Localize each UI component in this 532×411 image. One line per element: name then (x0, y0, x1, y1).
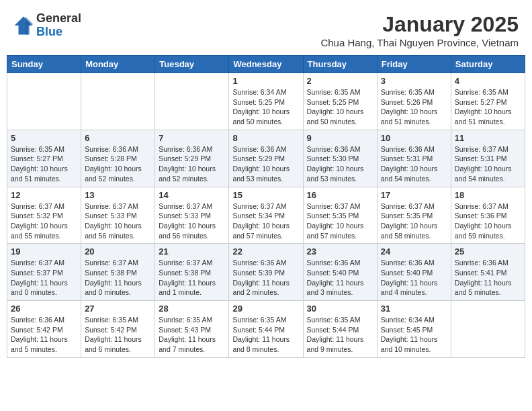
calendar-day-23: 23Sunrise: 6:36 AM Sunset: 5:40 PM Dayli… (303, 244, 377, 301)
calendar-empty-cell (155, 73, 229, 130)
calendar-empty-cell (451, 301, 525, 358)
day-number: 4 (455, 76, 521, 86)
day-number: 18 (455, 190, 521, 200)
day-info: Sunrise: 6:36 AM Sunset: 5:40 PM Dayligh… (307, 258, 373, 298)
day-info: Sunrise: 6:36 AM Sunset: 5:42 PM Dayligh… (11, 315, 77, 355)
day-number: 22 (232, 246, 299, 257)
calendar-header-sunday: Sunday (7, 56, 81, 73)
day-info: Sunrise: 6:35 AM Sunset: 5:27 PM Dayligh… (11, 144, 77, 184)
day-info: Sunrise: 6:36 AM Sunset: 5:31 PM Dayligh… (381, 144, 447, 184)
day-number: 10 (381, 133, 447, 143)
calendar-header-row: SundayMondayTuesdayWednesdayThursdayFrid… (7, 56, 525, 73)
day-number: 14 (159, 190, 225, 200)
calendar-day-21: 21Sunrise: 6:37 AM Sunset: 5:38 PM Dayli… (155, 244, 229, 301)
page-header: General Blue January 2025 Chua Hang, Tha… (7, 7, 525, 51)
calendar-week-row: 19Sunrise: 6:37 AM Sunset: 5:37 PM Dayli… (7, 244, 525, 301)
calendar-day-2: 2Sunrise: 6:35 AM Sunset: 5:25 PM Daylig… (303, 73, 377, 130)
day-info: Sunrise: 6:37 AM Sunset: 5:35 PM Dayligh… (381, 201, 447, 241)
calendar-day-19: 19Sunrise: 6:37 AM Sunset: 5:37 PM Dayli… (7, 244, 81, 301)
day-info: Sunrise: 6:36 AM Sunset: 5:30 PM Dayligh… (307, 144, 373, 184)
day-info: Sunrise: 6:36 AM Sunset: 5:39 PM Dayligh… (232, 258, 299, 298)
day-info: Sunrise: 6:37 AM Sunset: 5:35 PM Dayligh… (307, 201, 373, 241)
day-number: 2 (307, 76, 373, 86)
day-info: Sunrise: 6:35 AM Sunset: 5:26 PM Dayligh… (381, 87, 447, 127)
calendar-day-20: 20Sunrise: 6:37 AM Sunset: 5:38 PM Dayli… (81, 244, 155, 301)
calendar-day-16: 16Sunrise: 6:37 AM Sunset: 5:35 PM Dayli… (303, 187, 377, 244)
logo: General Blue (13, 12, 81, 39)
day-number: 12 (11, 190, 77, 200)
day-info: Sunrise: 6:37 AM Sunset: 5:34 PM Dayligh… (232, 201, 299, 241)
day-info: Sunrise: 6:35 AM Sunset: 5:25 PM Dayligh… (307, 87, 373, 127)
calendar-header-thursday: Thursday (303, 56, 377, 73)
calendar-day-18: 18Sunrise: 6:37 AM Sunset: 5:36 PM Dayli… (451, 187, 525, 244)
calendar-day-31: 31Sunrise: 6:34 AM Sunset: 5:45 PM Dayli… (377, 301, 451, 358)
calendar-week-row: 5Sunrise: 6:35 AM Sunset: 5:27 PM Daylig… (7, 130, 525, 187)
calendar-day-13: 13Sunrise: 6:37 AM Sunset: 5:33 PM Dayli… (81, 187, 155, 244)
calendar-header-tuesday: Tuesday (155, 56, 229, 73)
calendar-day-1: 1Sunrise: 6:34 AM Sunset: 5:25 PM Daylig… (229, 73, 303, 130)
day-info: Sunrise: 6:36 AM Sunset: 5:29 PM Dayligh… (232, 144, 299, 184)
calendar-day-7: 7Sunrise: 6:36 AM Sunset: 5:29 PM Daylig… (155, 130, 229, 187)
day-info: Sunrise: 6:34 AM Sunset: 5:45 PM Dayligh… (381, 315, 447, 355)
calendar-day-5: 5Sunrise: 6:35 AM Sunset: 5:27 PM Daylig… (7, 130, 81, 187)
day-info: Sunrise: 6:37 AM Sunset: 5:38 PM Dayligh… (159, 258, 225, 298)
day-number: 25 (455, 246, 521, 257)
day-number: 29 (232, 304, 299, 314)
day-number: 6 (85, 133, 151, 143)
day-number: 26 (11, 304, 77, 314)
calendar-day-12: 12Sunrise: 6:37 AM Sunset: 5:32 PM Dayli… (7, 187, 81, 244)
calendar-day-25: 25Sunrise: 6:36 AM Sunset: 5:41 PM Dayli… (451, 244, 525, 301)
calendar-header-saturday: Saturday (451, 56, 525, 73)
calendar-header-wednesday: Wednesday (229, 56, 303, 73)
day-number: 7 (159, 133, 225, 143)
day-info: Sunrise: 6:37 AM Sunset: 5:33 PM Dayligh… (159, 201, 225, 241)
calendar-day-29: 29Sunrise: 6:35 AM Sunset: 5:44 PM Dayli… (229, 301, 303, 358)
svg-marker-0 (15, 16, 33, 34)
day-number: 23 (307, 246, 373, 257)
calendar-day-9: 9Sunrise: 6:36 AM Sunset: 5:30 PM Daylig… (303, 130, 377, 187)
calendar-day-6: 6Sunrise: 6:36 AM Sunset: 5:28 PM Daylig… (81, 130, 155, 187)
day-info: Sunrise: 6:36 AM Sunset: 5:40 PM Dayligh… (381, 258, 447, 298)
calendar-header-friday: Friday (377, 56, 451, 73)
calendar-week-row: 26Sunrise: 6:36 AM Sunset: 5:42 PM Dayli… (7, 301, 525, 358)
day-info: Sunrise: 6:34 AM Sunset: 5:25 PM Dayligh… (232, 87, 299, 127)
day-info: Sunrise: 6:35 AM Sunset: 5:44 PM Dayligh… (307, 315, 373, 355)
day-info: Sunrise: 6:35 AM Sunset: 5:44 PM Dayligh… (232, 315, 299, 355)
day-info: Sunrise: 6:35 AM Sunset: 5:43 PM Dayligh… (159, 315, 225, 355)
day-number: 31 (381, 304, 447, 314)
day-info: Sunrise: 6:37 AM Sunset: 5:33 PM Dayligh… (85, 201, 151, 241)
day-info: Sunrise: 6:36 AM Sunset: 5:41 PM Dayligh… (455, 258, 521, 298)
location-title: Chua Hang, Thai Nguyen Province, Vietnam (320, 37, 519, 48)
logo-text: General Blue (36, 12, 81, 39)
logo-blue: Blue (36, 26, 81, 39)
calendar-day-4: 4Sunrise: 6:35 AM Sunset: 5:27 PM Daylig… (451, 73, 525, 130)
calendar-day-11: 11Sunrise: 6:37 AM Sunset: 5:31 PM Dayli… (451, 130, 525, 187)
day-number: 3 (381, 76, 447, 86)
day-info: Sunrise: 6:37 AM Sunset: 5:36 PM Dayligh… (455, 201, 521, 241)
day-number: 16 (307, 190, 373, 200)
day-info: Sunrise: 6:37 AM Sunset: 5:32 PM Dayligh… (11, 201, 77, 241)
day-number: 17 (381, 190, 447, 200)
day-number: 11 (455, 133, 521, 143)
title-block: January 2025 Chua Hang, Thai Nguyen Prov… (320, 12, 519, 48)
calendar: SundayMondayTuesdayWednesdayThursdayFrid… (7, 55, 525, 358)
day-number: 28 (159, 304, 225, 314)
day-number: 9 (307, 133, 373, 143)
calendar-day-22: 22Sunrise: 6:36 AM Sunset: 5:39 PM Dayli… (229, 244, 303, 301)
day-info: Sunrise: 6:36 AM Sunset: 5:29 PM Dayligh… (159, 144, 225, 184)
day-info: Sunrise: 6:35 AM Sunset: 5:42 PM Dayligh… (85, 315, 151, 355)
calendar-day-24: 24Sunrise: 6:36 AM Sunset: 5:40 PM Dayli… (377, 244, 451, 301)
logo-general: General (36, 12, 81, 26)
calendar-header-monday: Monday (81, 56, 155, 73)
day-number: 21 (159, 246, 225, 257)
calendar-day-10: 10Sunrise: 6:36 AM Sunset: 5:31 PM Dayli… (377, 130, 451, 187)
day-number: 8 (232, 133, 299, 143)
calendar-week-row: 12Sunrise: 6:37 AM Sunset: 5:32 PM Dayli… (7, 187, 525, 244)
day-number: 20 (85, 246, 151, 257)
day-number: 27 (85, 304, 151, 314)
calendar-day-3: 3Sunrise: 6:35 AM Sunset: 5:26 PM Daylig… (377, 73, 451, 130)
calendar-day-14: 14Sunrise: 6:37 AM Sunset: 5:33 PM Dayli… (155, 187, 229, 244)
day-number: 13 (85, 190, 151, 200)
calendar-day-8: 8Sunrise: 6:36 AM Sunset: 5:29 PM Daylig… (229, 130, 303, 187)
calendar-empty-cell (81, 73, 155, 130)
